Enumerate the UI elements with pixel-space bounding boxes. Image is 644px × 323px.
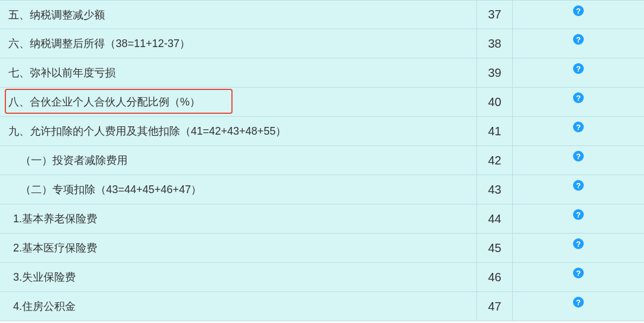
- row-label: 2.基本医疗保险费: [8, 241, 97, 255]
- row-number: 42: [477, 146, 513, 175]
- row-label-cell: 七、弥补以前年度亏损: [0, 58, 477, 87]
- table-row: 六、纳税调整后所得（38=11+12-37）38?: [0, 29, 644, 58]
- row-help-cell: ?: [513, 204, 644, 233]
- row-label-cell: 3.失业保险费: [0, 263, 477, 291]
- row-label-cell: 2.基本医疗保险费: [0, 234, 477, 262]
- help-icon[interactable]: ?: [573, 297, 584, 308]
- table-row: 2.基本医疗保险费45?: [0, 234, 644, 263]
- row-number: 43: [477, 175, 513, 204]
- row-number: 38: [477, 29, 513, 58]
- row-number: 45: [477, 234, 513, 262]
- row-number: 47: [477, 292, 513, 321]
- table-row: 五、纳税调整减少额37?: [0, 0, 644, 29]
- table-row: 七、弥补以前年度亏损39?: [0, 58, 644, 88]
- table-row: （二）专项扣除（43=44+45+46+47）43?: [0, 175, 644, 204]
- table-row: 九、允许扣除的个人费用及其他扣除（41=42+43+48+55）41?: [0, 117, 644, 146]
- row-number: 39: [477, 58, 513, 87]
- row-label: 4.住房公积金: [8, 299, 76, 313]
- row-help-cell: ?: [513, 175, 644, 204]
- row-number: 44: [477, 204, 513, 233]
- table-row: 4.住房公积金47?: [0, 292, 644, 321]
- row-label: 八、合伙企业个人合伙人分配比例（%）: [8, 95, 200, 109]
- row-help-cell: ?: [513, 1, 644, 29]
- row-label-cell: 五、纳税调整减少额: [0, 1, 477, 29]
- row-help-cell: ?: [513, 88, 644, 116]
- row-help-cell: ?: [513, 234, 644, 262]
- row-help-cell: ?: [513, 263, 644, 291]
- row-label: 五、纳税调整减少额: [8, 8, 105, 22]
- table-row: 1.基本养老保险费44?: [0, 204, 644, 234]
- help-icon[interactable]: ?: [573, 63, 584, 74]
- row-label: 七、弥补以前年度亏损: [8, 66, 116, 80]
- row-number: 37: [477, 1, 513, 29]
- row-label: 3.失业保险费: [8, 270, 76, 284]
- table-row: 3.失业保险费46?: [0, 263, 644, 292]
- row-label-cell: （一）投资者减除费用: [0, 146, 477, 175]
- row-help-cell: ?: [513, 292, 644, 321]
- row-label-cell: 1.基本养老保险费: [0, 204, 477, 233]
- help-icon[interactable]: ?: [573, 238, 584, 249]
- row-label-cell: （二）专项扣除（43=44+45+46+47）: [0, 175, 477, 204]
- row-label: 六、纳税调整后所得（38=11+12-37）: [8, 36, 190, 51]
- row-help-cell: ?: [513, 29, 644, 58]
- row-label-cell: 六、纳税调整后所得（38=11+12-37）: [0, 29, 477, 58]
- row-label: 1.基本养老保险费: [8, 212, 97, 226]
- table-row: 八、合伙企业个人合伙人分配比例（%）40?: [0, 88, 644, 117]
- row-label: （一）投资者减除费用: [8, 153, 128, 167]
- help-icon[interactable]: ?: [573, 92, 584, 103]
- row-help-cell: ?: [513, 146, 644, 175]
- row-label-cell: 4.住房公积金: [0, 292, 477, 321]
- row-number: 41: [477, 117, 513, 145]
- row-label-cell: 九、允许扣除的个人费用及其他扣除（41=42+43+48+55）: [0, 117, 477, 145]
- help-icon[interactable]: ?: [573, 34, 584, 45]
- help-icon[interactable]: ?: [573, 122, 584, 132]
- help-icon[interactable]: ?: [573, 209, 584, 220]
- help-icon[interactable]: ?: [573, 5, 584, 16]
- row-help-cell: ?: [513, 117, 644, 145]
- help-icon[interactable]: ?: [573, 151, 584, 162]
- row-number: 40: [477, 88, 513, 116]
- row-number: 46: [477, 263, 513, 291]
- help-icon[interactable]: ?: [573, 268, 584, 278]
- help-icon[interactable]: ?: [573, 180, 584, 191]
- tax-form-table: 五、纳税调整减少额37?六、纳税调整后所得（38=11+12-37）38?七、弥…: [0, 0, 644, 321]
- row-label: 九、允许扣除的个人费用及其他扣除（41=42+43+48+55）: [8, 124, 286, 138]
- row-help-cell: ?: [513, 58, 644, 87]
- row-label: （二）专项扣除（43=44+45+46+47）: [8, 182, 202, 197]
- row-label-cell: 八、合伙企业个人合伙人分配比例（%）: [0, 88, 477, 116]
- table-row: （一）投资者减除费用42?: [0, 146, 644, 175]
